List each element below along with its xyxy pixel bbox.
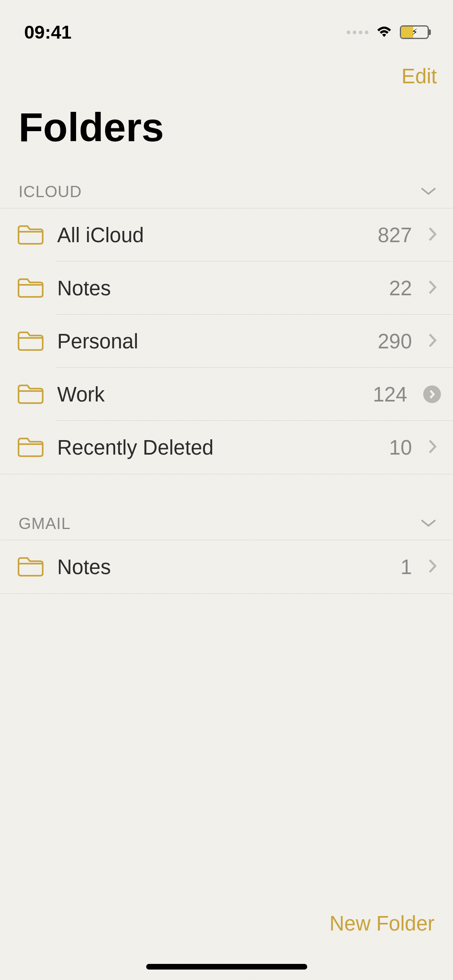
new-folder-button[interactable]: New Folder (329, 912, 434, 935)
folder-row-gmail-notes[interactable]: Notes 1 (0, 540, 453, 593)
folder-count-label: 290 (378, 329, 412, 353)
folder-count-label: 124 (373, 383, 407, 406)
section-header-gmail[interactable]: GMAIL (0, 506, 453, 540)
status-time: 09:41 (24, 21, 72, 43)
chevron-right-icon (428, 439, 437, 456)
folder-icon (16, 556, 45, 578)
home-indicator[interactable] (146, 964, 307, 970)
folder-list-icloud: All iCloud 827 Notes 22 Personal 290 Wor… (0, 208, 453, 474)
folder-list-gmail: Notes 1 (0, 540, 453, 594)
edit-button[interactable]: Edit (401, 64, 437, 88)
chevron-right-icon (428, 333, 437, 350)
folder-count-label: 22 (389, 276, 412, 300)
folder-icon (16, 383, 45, 406)
folder-name-label: Work (57, 383, 373, 406)
folder-count-label: 1 (401, 555, 412, 579)
share-disclosure-icon (423, 385, 441, 403)
section-title: ICLOUD (19, 183, 82, 201)
wifi-icon (375, 24, 393, 40)
folder-row-recently-deleted[interactable]: Recently Deleted 10 (0, 421, 453, 474)
chevron-right-icon (428, 226, 437, 243)
folder-name-label: Notes (57, 555, 401, 579)
page-title: Folders (0, 104, 453, 175)
nav-bar: Edit (0, 48, 453, 104)
folder-icon (16, 277, 45, 299)
section-header-icloud[interactable]: ICLOUD (0, 175, 453, 208)
folder-name-label: Recently Deleted (57, 436, 389, 459)
status-bar: 09:41 ⚡︎ (0, 0, 453, 48)
section-title: GMAIL (19, 515, 70, 533)
chevron-right-icon (428, 280, 437, 296)
cellular-signal-icon (347, 31, 368, 34)
folder-row-notes[interactable]: Notes 22 (0, 261, 453, 315)
folder-name-label: Notes (57, 276, 389, 300)
folder-row-work[interactable]: Work 124 (0, 368, 453, 421)
folder-icon (16, 330, 45, 352)
folder-name-label: All iCloud (57, 223, 378, 247)
folder-count-label: 10 (389, 436, 412, 459)
folder-name-label: Personal (57, 329, 378, 353)
status-right: ⚡︎ (347, 24, 429, 40)
folder-icon (16, 224, 45, 246)
chevron-right-icon (428, 558, 437, 575)
chevron-down-icon (420, 186, 437, 198)
folder-icon (16, 436, 45, 459)
battery-icon: ⚡︎ (400, 25, 429, 39)
folder-row-personal[interactable]: Personal 290 (0, 315, 453, 368)
chevron-down-icon (420, 518, 437, 530)
folder-count-label: 827 (378, 223, 412, 247)
folder-row-all-icloud[interactable]: All iCloud 827 (0, 208, 453, 261)
